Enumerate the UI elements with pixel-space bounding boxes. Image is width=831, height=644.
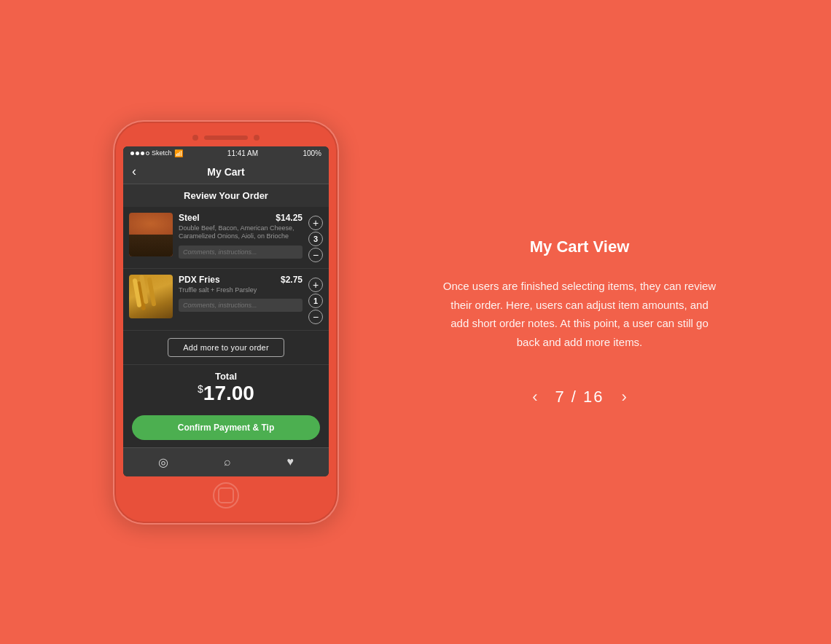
- decrement-fries-button[interactable]: −: [308, 310, 323, 324]
- prev-page-button[interactable]: ‹: [532, 388, 537, 407]
- increment-steel-button[interactable]: +: [308, 216, 323, 230]
- view-title: My Cart View: [530, 237, 630, 256]
- home-button[interactable]: [213, 482, 239, 508]
- review-header: Review Your Order: [123, 184, 329, 207]
- fries-image: [129, 275, 173, 318]
- item-details-fries: PDX Fries $2.75 Truffle salt + Fresh Par…: [179, 275, 303, 313]
- total-section: Total $17.00: [123, 364, 329, 409]
- view-description: Once users are finished selecting items,…: [441, 277, 718, 351]
- item-counter-steel: + 3 −: [308, 216, 323, 262]
- confirm-section: Confirm Payment & Tip: [123, 409, 329, 447]
- add-more-button[interactable]: Add more to your order: [168, 338, 284, 357]
- phone-camera: [192, 135, 198, 141]
- phone-speaker: [204, 136, 248, 140]
- confirm-payment-button[interactable]: Confirm Payment & Tip: [132, 415, 320, 440]
- phone-camera-right: [254, 135, 260, 141]
- home-button-inner: [218, 487, 234, 503]
- order-items-list: Steel $14.25 Double Beef, Bacon, America…: [123, 207, 329, 331]
- review-header-label: Review Your Order: [184, 190, 268, 201]
- right-panel: My Cart View Once users are finished sel…: [397, 208, 762, 436]
- current-page: 7: [555, 388, 565, 406]
- nav-bar: ‹ My Cart: [123, 160, 329, 184]
- phone-mockup: Sketch 📶 11:41 AM 100% ‹ My Cart Review …: [113, 120, 339, 525]
- burger-image: [129, 213, 173, 256]
- bottom-nav: ◎ ⌕ ♥: [123, 447, 329, 476]
- pagination-separator: /: [571, 388, 583, 406]
- decrement-steel-button[interactable]: −: [308, 248, 323, 262]
- item-price-fries: $2.75: [281, 275, 303, 285]
- item-name-row: Steel $14.25: [179, 213, 303, 223]
- total-label: Total: [129, 371, 323, 382]
- signal-dot-3: [141, 152, 144, 155]
- quantity-fries: 1: [308, 294, 323, 308]
- main-layout: Sketch 📶 11:41 AM 100% ‹ My Cart Review …: [0, 0, 831, 644]
- carrier-label: Sketch: [152, 149, 172, 157]
- item-name-fries: PDX Fries: [179, 275, 220, 285]
- nav-title: My Cart: [207, 166, 244, 178]
- status-time: 11:41 AM: [227, 149, 258, 157]
- increment-fries-button[interactable]: +: [308, 278, 323, 292]
- phone-top-bar: [123, 130, 329, 146]
- dollar-sign: $: [198, 382, 203, 394]
- pagination: ‹ 7 / 16 ›: [532, 388, 627, 407]
- back-button[interactable]: ‹: [132, 164, 136, 179]
- signal-dots: [130, 152, 149, 155]
- signal-dot-2: [136, 152, 139, 155]
- add-more-section: Add more to your order: [123, 331, 329, 364]
- item-comment-fries[interactable]: [179, 299, 303, 312]
- phone-screen: Sketch 📶 11:41 AM 100% ‹ My Cart Review …: [123, 146, 329, 476]
- item-price-steel: $14.25: [276, 213, 303, 223]
- item-desc-fries: Truffle salt + Fresh Parsley: [179, 286, 303, 295]
- item-comment-steel[interactable]: [179, 246, 303, 259]
- search-icon[interactable]: ⌕: [224, 455, 231, 468]
- order-item-fries: PDX Fries $2.75 Truffle salt + Fresh Par…: [123, 269, 329, 331]
- item-desc-steel: Double Beef, Bacon, American Cheese, Car…: [179, 224, 303, 241]
- signal-dot-1: [130, 152, 134, 155]
- battery-label: 100%: [303, 149, 321, 157]
- phone-outer: Sketch 📶 11:41 AM 100% ‹ My Cart Review …: [113, 120, 339, 525]
- quantity-steel: 3: [308, 232, 323, 246]
- compass-icon[interactable]: ◎: [158, 455, 168, 469]
- item-name-row-fries: PDX Fries $2.75: [179, 275, 303, 285]
- item-name-steel: Steel: [179, 213, 200, 223]
- total-value: 17.00: [203, 382, 254, 404]
- heart-icon[interactable]: ♥: [286, 455, 294, 468]
- wifi-icon: 📶: [174, 149, 183, 157]
- signal-dot-4: [146, 152, 149, 155]
- pagination-text: 7 / 16: [555, 388, 604, 407]
- total-amount: $17.00: [129, 383, 323, 404]
- order-item-burger: Steel $14.25 Double Beef, Bacon, America…: [123, 207, 329, 269]
- status-bar: Sketch 📶 11:41 AM 100%: [123, 146, 329, 160]
- item-details-burger: Steel $14.25 Double Beef, Bacon, America…: [179, 213, 303, 259]
- total-pages: 16: [583, 388, 604, 406]
- item-counter-fries: + 1 −: [308, 278, 323, 324]
- status-left: Sketch 📶: [130, 149, 183, 157]
- next-page-button[interactable]: ›: [622, 388, 627, 407]
